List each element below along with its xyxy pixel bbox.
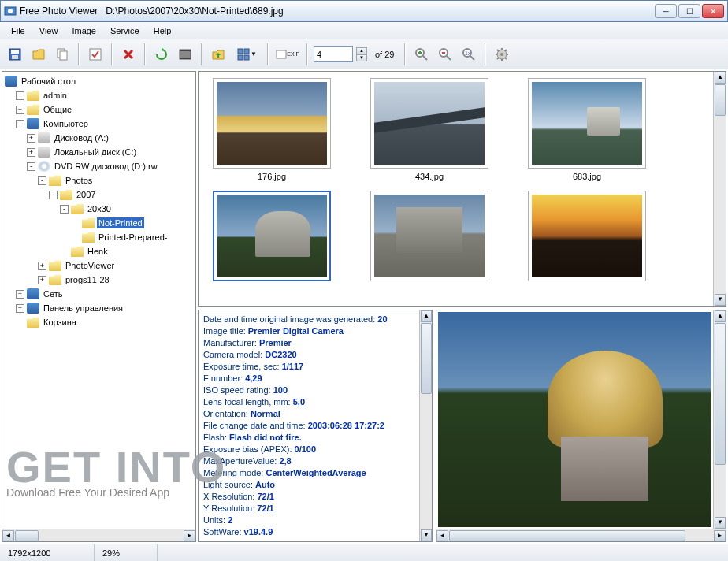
expand-toggle[interactable]: + xyxy=(38,276,46,284)
zoom-in-button[interactable] xyxy=(411,44,432,65)
tree-node[interactable]: Корзина xyxy=(5,315,193,329)
scroll-thumb[interactable] xyxy=(449,530,685,541)
maximize-button[interactable]: ☐ xyxy=(678,4,700,18)
close-button[interactable]: ✕ xyxy=(702,4,724,18)
tree-label[interactable]: Henk xyxy=(86,246,110,257)
tree-hscrollbar[interactable]: ◄ ► xyxy=(2,529,195,541)
tree-root-label[interactable]: Рабочий стол xyxy=(20,76,77,87)
thumbnail-item[interactable] xyxy=(370,191,488,281)
preview-vscrollbar[interactable]: ▲ ▼ xyxy=(713,310,726,529)
tree-node[interactable]: -20x30 xyxy=(5,202,193,216)
expand-toggle[interactable]: + xyxy=(16,91,24,100)
tree-label[interactable]: Not-Printed xyxy=(97,217,144,228)
folder-tree[interactable]: Рабочий стол +admin+Общие-Компьютер+Диск… xyxy=(2,72,195,529)
scroll-right-icon[interactable]: ► xyxy=(184,530,195,541)
exif-vscrollbar[interactable]: ▲ ▼ xyxy=(419,310,432,541)
tree-label[interactable]: PhotoViewer xyxy=(64,260,116,271)
preview-image[interactable] xyxy=(438,312,711,527)
thumbnail-item[interactable] xyxy=(213,191,331,281)
expand-toggle[interactable]: - xyxy=(49,191,58,199)
thumbnail-item[interactable] xyxy=(528,191,646,281)
expand-toggle[interactable]: - xyxy=(38,176,46,185)
expand-toggle[interactable]: - xyxy=(60,205,69,214)
menu-view[interactable]: View xyxy=(33,24,65,37)
expand-toggle[interactable]: - xyxy=(27,162,35,171)
tree-label[interactable]: Дисковод (A:) xyxy=(53,132,110,143)
thumbnail-item[interactable]: 176.jpg xyxy=(213,78,331,181)
tree-node[interactable]: -Компьютер xyxy=(5,117,193,131)
tree-node[interactable]: -2007 xyxy=(5,188,193,202)
tree-label[interactable]: progs11-28 xyxy=(64,274,111,285)
thumbnail-item[interactable]: 434.jpg xyxy=(370,78,488,181)
scroll-up-icon[interactable]: ▲ xyxy=(715,72,726,84)
expand-toggle[interactable]: + xyxy=(38,262,46,270)
menu-image[interactable]: Image xyxy=(65,24,102,37)
menu-service[interactable]: Service xyxy=(104,24,146,37)
tree-label[interactable]: Printed-Prepared- xyxy=(97,232,169,243)
thumbnails-vscrollbar[interactable]: ▲ ▼ xyxy=(713,72,726,306)
save-button[interactable] xyxy=(5,44,25,65)
tree-label[interactable]: Корзина xyxy=(42,317,78,328)
zoom-out-button[interactable] xyxy=(435,44,455,65)
check-button[interactable] xyxy=(85,44,106,65)
menu-file[interactable]: File xyxy=(5,24,32,37)
tree-node[interactable]: -Photos xyxy=(5,173,193,188)
refresh-button[interactable] xyxy=(151,44,172,65)
tree-node[interactable]: +Дисковод (A:) xyxy=(5,131,193,145)
tree-node[interactable]: +Локальный диск (C:) xyxy=(5,145,193,159)
expand-toggle[interactable]: + xyxy=(27,134,35,143)
view-mode-button[interactable]: ▼ xyxy=(232,44,262,65)
scroll-down-icon[interactable]: ▼ xyxy=(715,517,726,529)
scroll-up-icon[interactable]: ▲ xyxy=(715,310,726,322)
expand-toggle[interactable]: + xyxy=(16,304,24,313)
tree-label[interactable]: admin xyxy=(42,90,69,101)
tree-node[interactable]: +progs11-28 xyxy=(5,273,193,287)
scroll-up-icon[interactable]: ▲ xyxy=(421,310,432,322)
tree-label[interactable]: DVD RW дисковод (D:) rw xyxy=(53,161,159,172)
tree-label[interactable]: Сеть xyxy=(42,288,64,299)
preview-hscrollbar[interactable]: ◄ ► xyxy=(436,529,726,541)
copy-button[interactable] xyxy=(52,44,72,65)
tree-label[interactable]: Общие xyxy=(42,104,73,115)
tree-node[interactable]: Printed-Prepared- xyxy=(5,230,193,244)
scroll-left-icon[interactable]: ◄ xyxy=(2,530,14,541)
tree-node[interactable]: Not-Printed xyxy=(5,216,193,230)
scroll-left-icon[interactable]: ◄ xyxy=(436,530,448,541)
scroll-down-icon[interactable]: ▼ xyxy=(715,294,726,306)
scroll-thumb[interactable] xyxy=(715,84,726,116)
expand-toggle[interactable]: + xyxy=(16,290,24,299)
expand-toggle[interactable]: - xyxy=(16,120,24,128)
tree-node[interactable]: +PhotoViewer xyxy=(5,258,193,273)
tree-node[interactable]: +Общие xyxy=(5,102,193,117)
expand-toggle[interactable]: + xyxy=(27,148,35,157)
tree-label[interactable]: 2007 xyxy=(75,189,97,200)
scroll-down-icon[interactable]: ▼ xyxy=(421,529,432,541)
open-button[interactable] xyxy=(28,44,49,65)
scroll-thumb[interactable] xyxy=(421,323,432,394)
thumbnail-item[interactable]: 683.jpg xyxy=(528,78,646,181)
tree-node[interactable]: -DVD RW дисковод (D:) rw xyxy=(5,159,193,173)
page-input[interactable] xyxy=(314,46,353,62)
tree-label[interactable]: Компьютер xyxy=(42,118,90,129)
slideshow-button[interactable] xyxy=(175,44,195,65)
page-spinner[interactable]: ▲▼ xyxy=(356,47,367,61)
exif-button[interactable]: EXIF xyxy=(274,44,301,65)
tree-node[interactable]: Henk xyxy=(5,244,193,258)
scroll-thumb[interactable] xyxy=(15,530,39,541)
scroll-thumb[interactable] xyxy=(715,323,726,465)
minimize-button[interactable]: ─ xyxy=(655,4,677,18)
expand-toggle[interactable]: + xyxy=(16,106,24,114)
menu-help[interactable]: Help xyxy=(147,24,178,37)
tree-label[interactable]: Photos xyxy=(64,175,94,186)
tree-node[interactable]: +Сеть xyxy=(5,287,193,301)
zoom-actual-button[interactable]: 1x xyxy=(459,44,479,65)
delete-button[interactable] xyxy=(118,44,139,65)
tree-label[interactable]: Панель управления xyxy=(42,303,124,314)
tree-node[interactable]: +admin xyxy=(5,88,193,102)
tree-label[interactable]: Локальный диск (C:) xyxy=(53,147,138,158)
up-folder-button[interactable] xyxy=(208,44,228,65)
settings-button[interactable] xyxy=(492,44,512,65)
tree-label[interactable]: 20x30 xyxy=(86,203,113,214)
tree-node[interactable]: +Панель управления xyxy=(5,301,193,315)
scroll-right-icon[interactable]: ► xyxy=(714,530,726,541)
